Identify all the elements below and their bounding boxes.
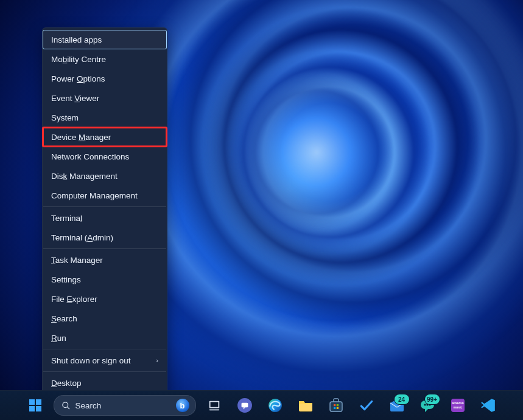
vscode-button[interactable] — [476, 393, 500, 418]
svg-line-5 — [67, 407, 69, 408]
svg-rect-15 — [336, 404, 338, 406]
menu-item-label: Terminal (Admin) — [51, 233, 113, 242]
file-explorer-button[interactable] — [293, 393, 318, 418]
menu-item-label: Power Options — [51, 74, 105, 83]
svg-text:music: music — [453, 405, 462, 409]
svg-rect-3 — [36, 406, 41, 411]
menu-item-event-viewer[interactable]: Event Viewer — [43, 88, 167, 108]
menu-item-mobility-centre[interactable]: Mobility Centre — [43, 49, 167, 69]
svg-rect-14 — [334, 404, 335, 406]
menu-item-network-connections[interactable]: Network Connections — [43, 147, 167, 166]
menu-item-search[interactable]: Search — [43, 309, 167, 328]
menu-item-installed-apps[interactable]: Installed apps — [43, 30, 167, 49]
menu-item-label: Installed apps — [51, 35, 102, 44]
svg-rect-2 — [29, 406, 35, 411]
menu-separator — [43, 248, 166, 249]
menu-separator — [43, 371, 166, 372]
svg-rect-13 — [330, 402, 342, 411]
menu-item-label: File Explorer — [51, 295, 97, 304]
menu-item-label: Run — [51, 334, 66, 343]
mail-button[interactable]: 24 — [385, 393, 409, 418]
menu-item-power-options[interactable]: Power Options — [43, 69, 167, 88]
menu-item-device-manager[interactable]: Device Manager — [43, 127, 167, 147]
taskbar-search[interactable]: Search b — [54, 395, 196, 416]
svg-point-4 — [62, 402, 68, 407]
chat-button[interactable] — [233, 393, 257, 418]
microsoft-store-button[interactable] — [324, 393, 348, 418]
menu-item-disk-management[interactable]: Disk Management — [43, 166, 167, 186]
svg-rect-1 — [36, 399, 41, 405]
svg-rect-12 — [299, 404, 312, 411]
menu-item-label: Network Connections — [51, 152, 129, 161]
svg-rect-16 — [334, 407, 335, 409]
start-button[interactable] — [23, 393, 47, 418]
svg-point-20 — [426, 404, 428, 405]
chevron-right-icon: › — [156, 357, 158, 364]
edge-button[interactable] — [263, 393, 287, 418]
svg-rect-0 — [29, 399, 35, 405]
teams-badge: 99+ — [425, 394, 440, 404]
menu-item-label: Event Viewer — [51, 94, 99, 103]
menu-separator — [43, 206, 166, 207]
bing-icon: b — [176, 399, 189, 412]
taskbar: Search b — [0, 390, 523, 420]
menu-item-run[interactable]: Run — [43, 328, 167, 348]
menu-item-terminal-admin[interactable]: Terminal (Admin) — [43, 228, 167, 247]
menu-item-terminal[interactable]: Terminal — [43, 208, 167, 228]
menu-item-shutdown[interactable]: Shut down or sign out› — [43, 351, 167, 370]
menu-item-label: Task Manager — [51, 256, 103, 265]
menu-separator — [43, 349, 166, 349]
search-placeholder: Search — [75, 401, 102, 410]
menu-item-label: Desktop — [51, 379, 82, 388]
svg-rect-8 — [209, 409, 219, 410]
svg-text:amazon: amazon — [452, 401, 463, 405]
menu-item-label: Disk Management — [51, 172, 118, 181]
task-view-button[interactable] — [202, 393, 226, 418]
menu-item-label: Search — [51, 314, 77, 323]
amazon-music-button[interactable]: amazon music — [446, 393, 470, 418]
menu-item-label: System — [51, 113, 79, 122]
menu-item-task-manager[interactable]: Task Manager — [43, 250, 167, 270]
menu-item-file-explorer[interactable]: File Explorer — [43, 289, 167, 309]
menu-item-label: Mobility Centre — [51, 55, 106, 64]
menu-item-label: Computer Management — [51, 191, 138, 200]
todo-button[interactable] — [354, 393, 379, 418]
power-user-context-menu: Installed appsMobility CentrePower Optio… — [42, 27, 167, 395]
menu-item-label: Shut down or sign out — [51, 356, 131, 365]
menu-item-label: Settings — [51, 275, 81, 284]
menu-item-computer-management[interactable]: Computer Management — [43, 186, 167, 205]
menu-item-settings[interactable]: Settings — [43, 270, 167, 289]
svg-rect-7 — [210, 402, 218, 407]
search-icon — [61, 401, 71, 410]
teams-chat-button[interactable]: 99+ — [415, 393, 440, 418]
svg-rect-10 — [241, 403, 248, 408]
svg-rect-17 — [336, 407, 338, 409]
menu-item-label: Device Manager — [51, 133, 111, 142]
menu-item-label: Terminal — [51, 214, 82, 223]
menu-item-system[interactable]: System — [43, 108, 167, 127]
svg-point-19 — [424, 404, 426, 405]
mail-badge: 24 — [395, 394, 409, 404]
